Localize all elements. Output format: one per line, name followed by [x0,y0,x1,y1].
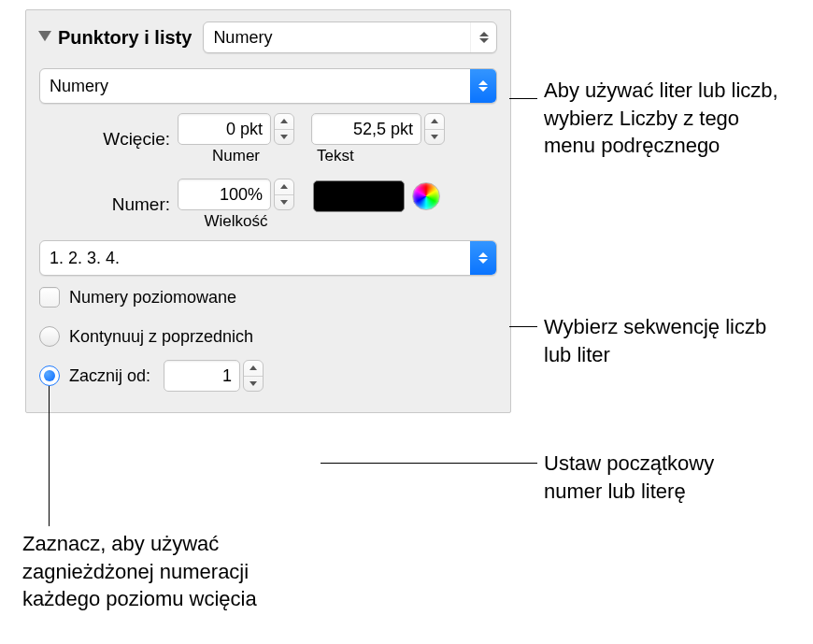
start-from-label: Zacznij od: [69,366,150,386]
indent-text-input[interactable]: 52,5 pkt [311,113,421,145]
sequence-value: 1. 2. 3. 4. [40,249,470,268]
callout-leader [509,98,537,99]
indent-number-group: 0 pkt Numer [178,113,294,165]
indent-label: Wcięcie: [39,129,178,150]
start-from-input[interactable]: 1 [164,360,240,392]
indent-text-group: 52,5 pkt Tekst [311,113,445,165]
tiered-numbers-row: Numery poziomowane [26,283,510,311]
start-from-row: Zacznij od: 1 [26,356,510,395]
popup-arrows-icon [470,241,496,275]
number-style-popup[interactable]: Numery [39,68,497,104]
tiered-numbers-label: Numery poziomowane [69,288,236,308]
continue-row: Kontynuuj z poprzednich [26,322,510,351]
callout-leader [321,463,537,464]
start-from-stepper[interactable] [243,360,264,392]
popup-arrows-icon [470,69,496,103]
indent-number-input[interactable]: 0 pkt [178,113,271,145]
svg-marker-0 [38,31,51,41]
callout-start-from: Ustaw początkowy numer lub literę [544,450,740,505]
color-swatch[interactable] [313,180,405,212]
stepper-down-icon[interactable] [275,195,293,210]
section-header: Punktory i listy Numery [26,10,510,63]
stepper-up-icon[interactable] [244,361,263,377]
section-title: Punktory i listy [58,27,192,49]
disclosure-triangle-icon[interactable] [36,28,54,47]
size-stepper[interactable] [274,179,294,210]
size-row: Numer: 100% Wielkość [26,175,510,235]
size-group: 100% Wielkość [178,179,294,231]
size-input[interactable]: 100% [178,179,271,210]
number-style-value: Numery [40,77,470,96]
continue-label: Kontynuuj z poprzednich [69,327,253,347]
indent-row: Wcięcie: 0 pkt Numer 52,5 pkt [26,109,510,169]
stepper-up-icon[interactable] [425,114,444,130]
list-type-value: Numery [204,28,470,48]
start-from-radio[interactable] [39,365,60,386]
stepper-down-icon[interactable] [425,130,444,145]
callout-leader [509,326,537,327]
callout-sequence: Wybierz sekwencję liczb lub liter [544,313,787,368]
indent-number-caption: Numer [178,147,294,165]
popup-arrows-icon [470,22,496,52]
stepper-up-icon[interactable] [275,114,293,130]
callout-tiered: Zaznacz, aby używać zagnieżdżonej numera… [22,530,303,613]
color-wheel-icon[interactable] [412,182,440,210]
stepper-down-icon[interactable] [244,377,263,392]
continue-radio[interactable] [39,326,60,347]
indent-text-stepper[interactable] [424,113,445,145]
callout-style-popup: Aby używać liter lub liczb, wybierz Licz… [544,77,787,160]
list-type-popup[interactable]: Numery [203,21,497,53]
indent-number-stepper[interactable] [274,113,294,145]
indent-text-caption: Tekst [311,147,445,165]
stepper-up-icon[interactable] [275,179,293,195]
stepper-down-icon[interactable] [275,130,293,145]
size-caption: Wielkość [178,212,294,231]
size-label: Numer: [39,194,178,215]
callout-leader [49,386,50,526]
sequence-popup[interactable]: 1. 2. 3. 4. [39,240,497,276]
tiered-numbers-checkbox[interactable] [39,287,60,308]
bullets-lists-panel: Punktory i listy Numery Numery Wcięcie: … [25,9,511,413]
